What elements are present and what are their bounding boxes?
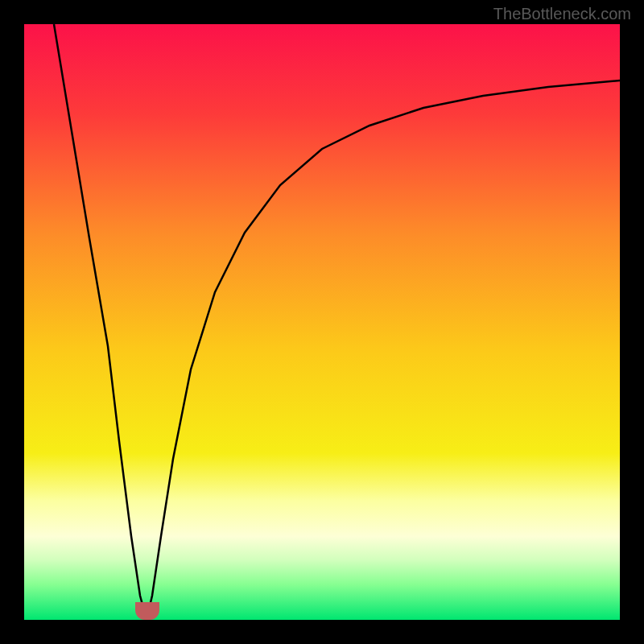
watermark-text: TheBottleneck.com: [493, 5, 631, 23]
chart-container: [24, 24, 620, 620]
bottleneck-marker: [135, 602, 159, 620]
bottleneck-curve: [24, 24, 620, 620]
